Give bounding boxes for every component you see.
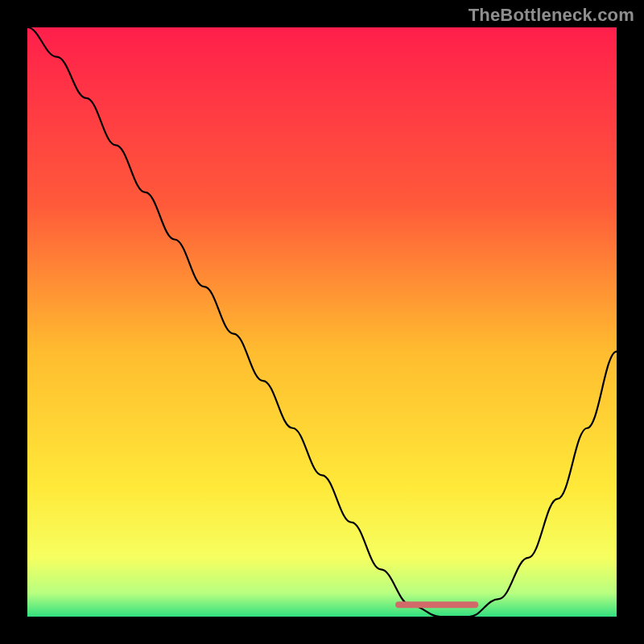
plot-svg (27, 27, 617, 617)
plot-area (27, 27, 617, 617)
gradient-background (27, 27, 617, 617)
watermark-text: TheBottleneck.com (469, 5, 634, 26)
chart-frame: TheBottleneck.com (0, 0, 644, 644)
